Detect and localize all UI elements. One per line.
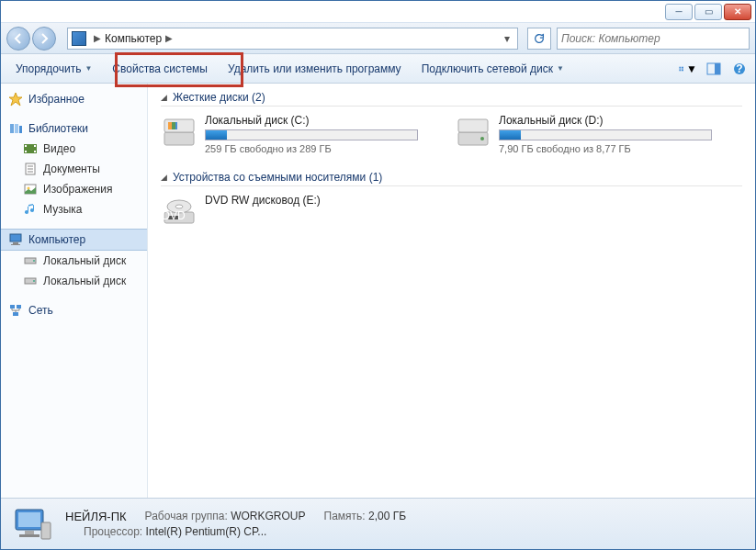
back-button[interactable] xyxy=(6,27,30,51)
sidebar-computer[interactable]: Компьютер xyxy=(1,229,147,251)
view-button[interactable]: ▼ xyxy=(678,59,698,79)
sidebar-label: Локальный диск xyxy=(43,275,126,287)
navbar: ▶ Компьютер ▶ ▾ xyxy=(1,23,755,54)
address-bar[interactable]: ▶ Компьютер ▶ ▾ xyxy=(67,28,518,50)
maximize-button[interactable]: ▭ xyxy=(694,4,722,20)
minimize-button[interactable]: ─ xyxy=(665,4,693,20)
arrow-left-icon xyxy=(11,31,26,46)
chevron-down-icon: ▼ xyxy=(557,64,564,73)
details-info: НЕЙЛЯ-ПК Рабочая группа: WORKGROUP Памят… xyxy=(65,510,406,538)
svg-rect-49 xyxy=(41,522,51,539)
category-removable: ◢ Устройства со съемными носителями (1) … xyxy=(161,171,742,230)
drive-label: Локальный диск (D:) xyxy=(499,114,712,127)
memory-value: 2,00 ГБ xyxy=(368,510,406,522)
sidebar-label: Локальный диск xyxy=(43,254,126,267)
sidebar-label: Музыка xyxy=(43,203,82,216)
map-drive-button[interactable]: Подключить сетевой диск ▼ xyxy=(412,59,573,79)
svg-rect-30 xyxy=(17,305,21,309)
drive-c[interactable]: Локальный диск (C:) 259 ГБ свободно из 2… xyxy=(161,114,418,154)
help-button[interactable]: ? xyxy=(729,59,750,79)
organize-button[interactable]: Упорядочить ▼ xyxy=(6,59,101,79)
search-input[interactable] xyxy=(561,32,745,45)
collapse-icon: ◢ xyxy=(161,173,167,182)
video-icon xyxy=(23,141,38,156)
svg-point-26 xyxy=(33,260,35,262)
svg-rect-29 xyxy=(10,305,15,309)
sidebar-video[interactable]: Видео xyxy=(1,139,147,159)
svg-rect-22 xyxy=(10,234,21,241)
breadcrumb-computer[interactable]: Компьютер xyxy=(105,32,162,45)
chevron-down-icon: ▼ xyxy=(686,62,697,75)
memory-label: Память: xyxy=(324,510,366,522)
svg-point-42 xyxy=(175,205,183,208)
capacity-bar xyxy=(205,129,418,140)
sidebar-local-disk-c[interactable]: Локальный диск xyxy=(1,251,147,271)
refresh-button[interactable] xyxy=(527,28,551,50)
pictures-icon xyxy=(23,182,38,196)
svg-rect-31 xyxy=(13,312,18,316)
svg-rect-47 xyxy=(25,531,34,534)
titlebar: ─ ▭ ✕ xyxy=(1,1,755,23)
crumb-separator-icon: ▶ xyxy=(162,33,176,43)
sidebar-documents[interactable]: Документы xyxy=(1,159,147,179)
category-hdd: ◢ Жесткие диски (2) Локальный диск (C:) … xyxy=(161,91,742,154)
search-box[interactable] xyxy=(557,28,750,50)
sidebar-label: Сеть xyxy=(28,304,53,317)
drive-icon xyxy=(23,274,38,288)
sidebar-libraries[interactable]: Библиотеки xyxy=(1,118,147,139)
svg-rect-38 xyxy=(458,119,488,132)
category-header-hdd[interactable]: ◢ Жесткие диски (2) xyxy=(161,91,742,107)
svg-rect-8 xyxy=(10,124,14,133)
svg-rect-10 xyxy=(19,126,22,133)
address-dropdown[interactable]: ▾ xyxy=(501,32,513,45)
preview-pane-button[interactable] xyxy=(704,59,724,79)
preview-icon xyxy=(706,62,721,75)
hdd-icon xyxy=(455,114,491,151)
refresh-icon xyxy=(533,32,546,45)
sidebar-music[interactable]: Музыка xyxy=(1,199,147,219)
music-icon xyxy=(23,202,38,217)
svg-rect-35 xyxy=(168,122,172,129)
svg-point-39 xyxy=(480,137,484,140)
sidebar: Избранное Библиотеки Видео Документы xyxy=(1,84,148,498)
computer-name: НЕЙЛЯ-ПК xyxy=(65,510,127,523)
uninstall-label: Удалить или изменить программу xyxy=(228,62,401,75)
capacity-bar xyxy=(499,129,712,140)
svg-rect-36 xyxy=(172,122,175,129)
svg-rect-9 xyxy=(15,124,18,133)
sidebar-label: Документы xyxy=(43,163,100,175)
svg-rect-0 xyxy=(679,66,681,68)
drive-e[interactable]: DVD DVD RW дисковод (E:) xyxy=(161,194,418,230)
sidebar-local-disk-d[interactable]: Локальный диск xyxy=(1,271,147,291)
svg-point-28 xyxy=(33,280,35,282)
drive-d[interactable]: Локальный диск (D:) 7,90 ГБ свободно из … xyxy=(455,114,712,154)
sidebar-network[interactable]: Сеть xyxy=(1,300,147,320)
main-pane: ◢ Жесткие диски (2) Локальный диск (C:) … xyxy=(148,84,755,498)
forward-button[interactable] xyxy=(32,27,56,51)
close-button[interactable]: ✕ xyxy=(724,4,751,20)
sidebar-favorites[interactable]: Избранное xyxy=(1,89,147,109)
collapse-icon: ◢ xyxy=(161,93,167,102)
help-icon: ? xyxy=(732,62,747,76)
drive-label: Локальный диск (C:) xyxy=(205,114,418,127)
network-icon xyxy=(8,303,23,318)
organize-label: Упорядочить xyxy=(16,62,81,75)
svg-rect-3 xyxy=(682,69,683,71)
svg-rect-14 xyxy=(34,145,36,147)
workgroup-value: WORKGROUP xyxy=(231,510,305,522)
svg-text:DVD: DVD xyxy=(162,209,186,222)
svg-rect-5 xyxy=(715,63,720,74)
chevron-down-icon: ▼ xyxy=(85,64,92,73)
cpu-value: Intel(R) Pentium(R) CP... xyxy=(146,525,267,538)
uninstall-button[interactable]: Удалить или изменить программу xyxy=(219,59,411,79)
system-properties-button[interactable]: Свойства системы xyxy=(103,59,217,79)
cpu-label: Процессор: xyxy=(84,525,142,538)
body: Избранное Библиотеки Видео Документы xyxy=(1,84,755,498)
arrow-right-icon xyxy=(37,31,51,46)
dvd-drive-icon: DVD xyxy=(161,194,197,230)
sidebar-label: Изображения xyxy=(43,183,112,196)
category-header-removable[interactable]: ◢ Устройства со съемными носителями (1) xyxy=(161,171,742,186)
sidebar-label: Библиотеки xyxy=(28,122,88,135)
svg-text:?: ? xyxy=(736,62,742,75)
sidebar-pictures[interactable]: Изображения xyxy=(1,179,147,199)
